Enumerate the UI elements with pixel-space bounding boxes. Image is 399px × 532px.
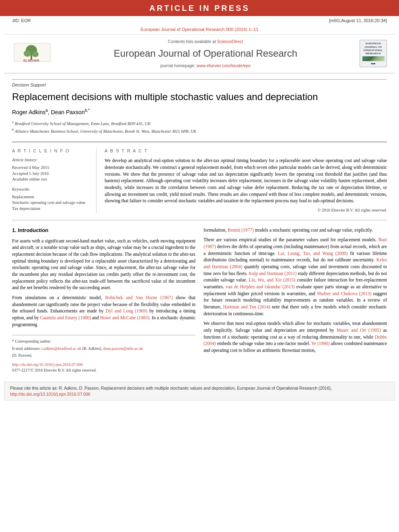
body-right-para-1: formulation, Bonini (1977) models a stoc… [204, 227, 387, 234]
version-label: [m5G;August 11, 2016;20:34] [329, 18, 387, 24]
article-history-label: Article history: [12, 157, 90, 163]
body-right-para-2: There are various empirical studies of t… [204, 236, 387, 317]
email-link-paxson[interactable]: dean.paxson@mbs.ac.uk [103, 346, 143, 351]
ref-gaumitz-emery[interactable]: Gaumitz and Emery (1980) [40, 315, 91, 320]
ejor-logo-image [362, 56, 385, 61]
journal-issue-link[interactable]: European Journal of Operational Research… [141, 27, 259, 32]
body-col-right: formulation, Bonini (1977) models a stoc… [204, 227, 387, 374]
affiliation-b: b Alliance Manchester Business School, U… [12, 127, 387, 134]
keywords-label: Keywords: [12, 187, 90, 193]
article-history-items: Received 4 May 2015 Accepted 5 July 2016… [12, 165, 90, 183]
svg-point-3 [24, 50, 31, 57]
journal-title-text: European Journal of Operational Research [56, 47, 355, 60]
ejor-logo-area: EUROPEAN JOURNAL OFOPERATIONAL RESEARCH … [355, 40, 387, 67]
abstract-header: A B S T R A C T [105, 148, 387, 154]
ref-keles-hartman[interactable]: Keles and Hartman (2004) [204, 257, 387, 269]
sciencedirect-link[interactable]: ScienceDirect [217, 39, 243, 44]
footnote-dpaxson: (D. Paxson). [12, 353, 195, 359]
footnote-emails: E-mail addresses: r.adkins@bradford.ac.u… [12, 346, 195, 352]
abstract-col: A B S T R A C T We develop an analytical… [105, 148, 387, 214]
top-meta-bar: JID: EOR [m5G;August 11, 2016;20:34] [0, 16, 399, 25]
ejor-top-text: EUROPEAN JOURNAL OFOPERATIONAL RESEARCH [362, 42, 385, 55]
doi-section: http://dx.doi.org/10.1016/j.ejor.2016.07… [12, 362, 195, 374]
article-info-abstract-section: A R T I C L E I N F O Article history: R… [12, 142, 387, 214]
ejor-logo-box: EUROPEAN JOURNAL OFOPERATIONAL RESEARCH … [360, 40, 387, 67]
ref-ye[interactable]: Ye (1990) [311, 341, 330, 346]
intro-heading: 1. Introduction [12, 227, 195, 234]
homepage-link[interactable]: www.elsevier.com/locate/ejor [197, 63, 251, 68]
homepage-line: journal homepage: www.elsevier.com/locat… [56, 63, 355, 69]
ref-hartman-tan[interactable]: Hartman and Tan (2014) [223, 304, 270, 309]
body-col-left: 1. Introduction For assets with a signif… [12, 227, 195, 374]
article-info-col: A R T I C L E I N F O Article history: R… [12, 148, 97, 214]
ref-vandeheijden[interactable]: van de Heijden and Iskandar (2013) [226, 284, 295, 289]
intro-para-2: From simulations on a deterministic mode… [12, 294, 195, 328]
history-received: Received 4 May 2015 [12, 165, 90, 171]
ref-bonini[interactable]: Bonini (1977) [228, 228, 254, 232]
ejor-bottom-text: ■■■ [371, 62, 376, 65]
contents-available-line: Contents lists available at ScienceDirec… [56, 39, 355, 45]
ref-kulp-hartman[interactable]: Kulp and Hartman (2011) [249, 271, 296, 276]
journal-link-bar: European Journal of Operational Research… [0, 25, 399, 34]
email-link-adkins[interactable]: r.adkins@bradford.ac.uk [41, 346, 81, 351]
article-in-press-banner: ARTICLE IN PRESS [0, 0, 399, 16]
ref-shafiee[interactable]: Shafiee and Chukova (2013) [317, 291, 371, 296]
affiliation-a: a Bradford University School of Manageme… [12, 120, 387, 127]
doi-link[interactable]: http://dx.doi.org/10.1016/j.ejor.2016.07… [12, 362, 83, 367]
ref-rust[interactable]: Rust (1987) [204, 237, 387, 249]
section-label: Decision Support [12, 79, 387, 88]
header-section: ELSEVIER Contents lists available at Sci… [4, 34, 395, 74]
elsevier-logo-svg: ELSEVIER [12, 41, 52, 64]
citation-box: Please cite this article as: R. Adkins, … [4, 382, 395, 401]
article-content: Decision Support Replacement decisions w… [0, 79, 399, 378]
copyright-line: © 2016 Elsevier B.V. All rights reserved… [105, 207, 387, 214]
history-online: Available online xxx [12, 177, 90, 183]
keyword-1: Replacement [12, 194, 90, 200]
ref-mauer-ott[interactable]: Mauer and Ott (1995) [337, 328, 381, 333]
body-right-para-3: We observe that most real-option models … [204, 320, 387, 353]
cite-doi-link[interactable]: http://dx.doi.org/10.1016/j.ejor.2016.07… [10, 392, 90, 396]
footnote-corresponding: * Corresponding author. [12, 339, 195, 345]
keyword-3: Tax depreciation [12, 206, 90, 212]
ref-howe-mccabe[interactable]: Howe and McCabe (1983) [100, 315, 150, 320]
cite-text: Please cite this article as: R. Adkins, … [10, 386, 332, 390]
article-title: Replacement decisions with multiple stoc… [12, 90, 387, 103]
svg-text:ELSEVIER: ELSEVIER [23, 59, 39, 62]
ref-dobbs[interactable]: Dobbs (2004) [204, 335, 387, 346]
header-journal-title-area: Contents lists available at ScienceDirec… [56, 39, 355, 69]
ref-lai-leung[interactable]: Lai, Leung, Tao, and Wang (2000) [278, 251, 348, 256]
ref-robichek-vanhorne[interactable]: Robichek and Van Horne (1967) [105, 295, 173, 300]
divider-1 [12, 220, 387, 220]
history-accepted: Accepted 5 July 2016 [12, 171, 90, 177]
article-info-header: A R T I C L E I N F O [12, 148, 90, 154]
elsevier-logo-area: ELSEVIER [12, 41, 56, 66]
ref-liu-wu-xie[interactable]: Liu, Wu, and Xie (2015) [249, 277, 295, 282]
jid-label: JID: EOR [12, 18, 31, 24]
authors-line: Roger Adkinsa, Dean Paxsonb,* [12, 108, 387, 116]
abstract-text: We develop an analytical real-option sol… [105, 157, 387, 204]
ref-dyl-long[interactable]: Dyl and Long (1969) [106, 308, 148, 313]
svg-point-4 [32, 51, 39, 57]
body-section: 1. Introduction For assets with a signif… [12, 227, 387, 374]
issn-text: 0377-2217/© 2016 Elsevier B.V. All right… [12, 368, 97, 372]
keyword-2: Stochastic operating cost and salvage va… [12, 200, 90, 206]
keywords-items: Replacement Stochastic operating cost an… [12, 194, 90, 212]
intro-para-1: For assets with a significant second-han… [12, 238, 195, 291]
footnote-section: * Corresponding author. E-mail addresses… [12, 335, 195, 359]
